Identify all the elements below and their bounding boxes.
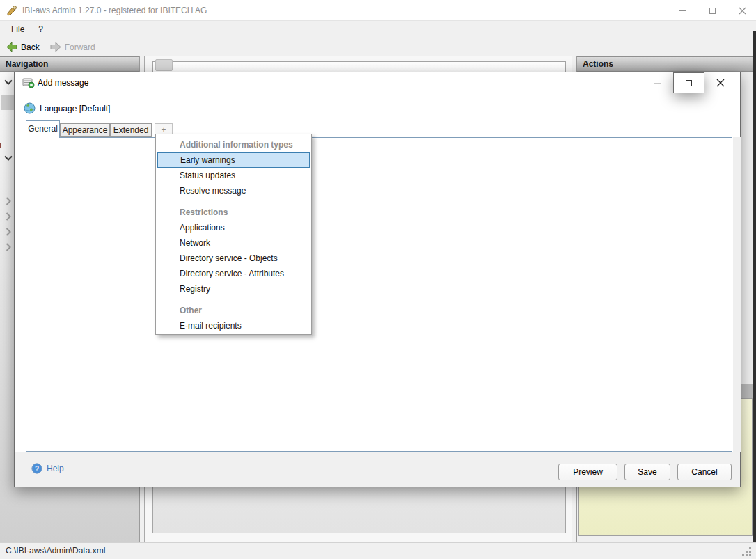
content-toolbar-button-fragment[interactable] — [155, 59, 173, 71]
minimize-button[interactable] — [668, 0, 696, 21]
maximize-button[interactable] — [698, 0, 726, 21]
menu-item-early-warnings[interactable]: Early warnings — [157, 152, 310, 168]
menu-item-applications[interactable]: Applications — [156, 220, 311, 235]
forward-arrow-icon — [50, 42, 61, 52]
back-label: Back — [21, 42, 40, 52]
dialog-background-sliver — [733, 137, 741, 452]
tab-appearance[interactable]: Appearance — [60, 123, 110, 137]
action-link-fragment — [741, 324, 752, 324]
maximize-icon — [709, 8, 716, 14]
dialog-footer: ? Help Preview Save Cancel — [15, 452, 740, 487]
back-button[interactable]: Back — [2, 39, 44, 56]
tree-chevron-right-icon[interactable] — [6, 212, 11, 223]
add-message-icon — [22, 77, 35, 90]
tree-chevron-right-icon[interactable] — [6, 197, 11, 207]
app-icon — [6, 5, 17, 18]
tree-chevron-right-icon[interactable] — [6, 243, 11, 253]
menu-section-header: Other — [156, 303, 311, 318]
menu-item-network[interactable]: Network — [156, 235, 311, 251]
add-message-dialog: Add message Language [Default] General A… — [14, 72, 741, 487]
help-icon: ? — [31, 463, 42, 474]
menu-item-resolve-message[interactable]: Resolve message — [156, 183, 311, 198]
tree-chevron-down-icon[interactable] — [4, 77, 13, 87]
tree-chevron-right-icon[interactable] — [6, 228, 11, 238]
language-row: Language [Default] — [24, 102, 110, 114]
window-title: IBI-aws Admin 1.27.0 - registered for IB… — [22, 0, 207, 21]
tab-extended[interactable]: Extended — [110, 123, 152, 137]
tool-bar: Back Forward — [0, 38, 756, 56]
dialog-titlebar: Add message — [15, 72, 740, 93]
nav-marker-fragment — [0, 143, 1, 148]
minimize-icon — [679, 10, 686, 11]
add-tab-popup-menu: Additional information types Early warni… — [155, 134, 312, 335]
navigation-header: Navigation — [0, 56, 139, 72]
menu-item-email-recipients[interactable]: E-mail recipients — [156, 318, 311, 333]
save-button[interactable]: Save — [624, 464, 670, 480]
background-window-edge — [753, 31, 756, 542]
back-arrow-icon — [6, 42, 17, 52]
maximize-icon — [686, 80, 692, 86]
action-link-fragment — [741, 93, 752, 93]
menu-section-header: Additional information types — [156, 137, 311, 152]
help-link[interactable]: ? Help — [31, 463, 64, 474]
general-tab-page — [26, 137, 732, 452]
status-bar: C:\IBI-aws\Admin\Data.xml — [0, 542, 756, 559]
language-label: Language [Default] — [40, 104, 110, 113]
forward-button[interactable]: Forward — [46, 39, 100, 56]
help-label: Help — [47, 464, 64, 473]
forward-label: Forward — [65, 42, 95, 52]
dialog-title: Add message — [38, 72, 88, 93]
close-button[interactable] — [728, 0, 756, 21]
menu-item-status-updates[interactable]: Status updates — [156, 168, 311, 183]
main-titlebar: IBI-aws Admin 1.27.0 - registered for IB… — [0, 0, 756, 21]
globe-icon — [24, 102, 36, 114]
menu-help[interactable]: ? — [31, 21, 50, 38]
menu-section-header: Restrictions — [156, 205, 311, 220]
status-path: C:\IBI-aws\Admin\Data.xml — [6, 543, 105, 559]
menu-item-directory-service-attributes[interactable]: Directory service - Attributes — [156, 266, 311, 281]
svg-text:?: ? — [35, 465, 39, 473]
cancel-button[interactable]: Cancel — [677, 464, 732, 480]
preview-button[interactable]: Preview — [558, 464, 617, 480]
actions-header: Actions — [577, 56, 753, 72]
close-icon — [739, 7, 746, 15]
menu-item-directory-service-objects[interactable]: Directory service - Objects — [156, 251, 311, 266]
minimize-icon — [654, 83, 661, 84]
menu-bar: File ? — [0, 21, 756, 38]
menu-file[interactable]: File — [4, 21, 31, 38]
resize-grip[interactable] — [741, 546, 752, 559]
dialog-maximize-button[interactable] — [673, 72, 704, 93]
menu-item-registry[interactable]: Registry — [156, 281, 311, 297]
nav-item-fragment — [1, 95, 14, 110]
dialog-minimize-button[interactable] — [642, 72, 673, 93]
tree-chevron-down-icon[interactable] — [4, 153, 13, 163]
close-icon — [716, 79, 725, 87]
tab-general[interactable]: General — [26, 120, 60, 138]
dialog-close-button[interactable] — [704, 72, 736, 93]
